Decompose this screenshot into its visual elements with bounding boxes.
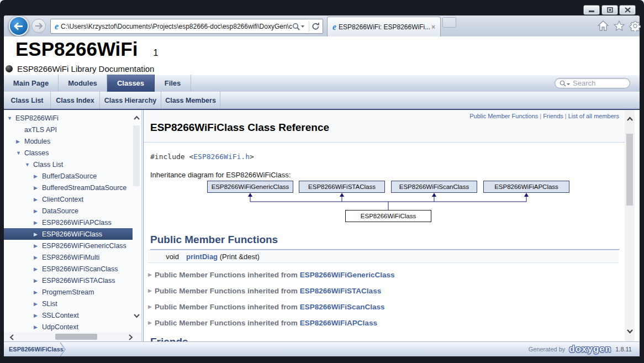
scroll-up-button[interactable] [133, 115, 140, 120]
url-input[interactable] [61, 23, 292, 30]
tree-collapsed-icon[interactable]: ▶ [34, 324, 42, 330]
inherited-section-apclass[interactable]: ▶ Public Member Functions inherited from… [148, 317, 377, 328]
tree-collapsed-icon[interactable]: ▶ [34, 185, 42, 191]
search-filter-caret-icon[interactable] [567, 83, 570, 85]
tree-expanded-icon[interactable]: ▼ [16, 150, 24, 156]
tab-class-list[interactable]: Class List [4, 92, 51, 109]
include-statement: #include <ESP8266WiFi.h> [150, 152, 254, 161]
favorites-button[interactable] [614, 20, 625, 33]
tree-item-modules[interactable]: ▶Modules [4, 135, 133, 147]
tree-item-esp8266wifistaclass[interactable]: ▶ESP8266WiFiSTAClass [4, 275, 133, 286]
tree-item-udpcontext[interactable]: ▶UdpContext [4, 321, 133, 333]
doc-search-box[interactable] [555, 78, 630, 88]
tree-item-bufferedstreamdatasource[interactable]: ▶BufferedStreamDataSource [4, 182, 133, 193]
scroll-right-button[interactable] [128, 334, 133, 340]
scrollbar-thumb[interactable] [133, 125, 140, 186]
tree-item-clientcontext[interactable]: ▶ClientContext [4, 193, 133, 205]
doc-search-input[interactable] [573, 79, 625, 87]
tree-item-esp8266wifiapclass[interactable]: ▶ESP8266WiFiAPClass [4, 217, 133, 228]
tree-item-datasource[interactable]: ▶DataSource [4, 205, 133, 217]
search-dropdown-caret-icon[interactable] [301, 25, 304, 28]
tree-item-esp8266wificlass[interactable]: ▶ESP8266WiFiClass [4, 228, 133, 240]
back-button[interactable] [9, 16, 29, 36]
sidebar-vertical-scrollbar[interactable] [131, 110, 141, 332]
inherited-class-link[interactable]: ESP8266WiFiScanClass [300, 303, 385, 311]
tree-collapsed-icon[interactable]: ▶ [34, 266, 42, 272]
body-row: ▼ESP8266WiFi axTLS API ▶Modules ▼Classes… [4, 110, 640, 341]
tab-class-members[interactable]: Class Members [161, 92, 220, 109]
summary-link-all-members[interactable]: List of all members [568, 113, 619, 119]
tree-collapsed-icon[interactable]: ▶ [34, 290, 42, 295]
refresh-icon[interactable] [312, 22, 320, 30]
home-button[interactable] [598, 20, 609, 33]
search-icon[interactable] [292, 23, 300, 30]
scroll-down-button[interactable] [626, 329, 634, 334]
member-name-link[interactable]: printDiag [186, 252, 218, 261]
include-file-link[interactable]: ESP8266WiFi.h [193, 152, 250, 161]
scroll-up-button[interactable] [626, 117, 634, 122]
tree-item-axtls-api[interactable]: axTLS API [4, 124, 133, 135]
tree-collapsed-icon[interactable]: ▶ [34, 243, 42, 249]
forward-button[interactable] [31, 19, 46, 33]
tree-collapsed-icon[interactable]: ▶ [34, 313, 42, 318]
tree-item-esp8266wifi[interactable]: ▼ESP8266WiFi [4, 112, 133, 124]
tab-files[interactable]: Files [155, 75, 191, 92]
tree-collapsed-icon[interactable]: ▶ [34, 197, 42, 202]
close-button[interactable] [619, 5, 636, 15]
breadcrumb[interactable]: ESP8266WiFiClass [9, 342, 64, 356]
inherited-class-link[interactable]: ESP8266WiFiAPClass [300, 319, 377, 327]
tree-expanded-icon[interactable]: ▼ [7, 115, 15, 121]
inherited-class-link[interactable]: ESP8266WiFiSTAClass [300, 287, 381, 295]
tree-collapsed-icon[interactable]: ▶ [34, 232, 42, 237]
section-heading-friends: Friends [150, 336, 620, 341]
inherited-section-scanclass[interactable]: ▶ Public Member Functions inherited from… [148, 301, 384, 312]
tab-class-index[interactable]: Class Index [51, 92, 100, 109]
tree-collapsed-icon[interactable]: ▶ [34, 301, 42, 307]
inherited-section-genericclass[interactable]: ▶ Public Member Functions inherited from… [148, 269, 394, 280]
tree-collapsed-icon[interactable]: ▶ [34, 255, 42, 260]
summary-link-public-member-functions[interactable]: Public Member Functions [469, 113, 538, 119]
tree-item-esp8266wifimulti[interactable]: ▶ESP8266WiFiMulti [4, 251, 133, 263]
tree-item-progmemstream[interactable]: ▶ProgmemStream [4, 286, 133, 298]
scroll-down-button[interactable] [133, 313, 140, 318]
minimize-button[interactable] [583, 5, 600, 15]
tree-item-esp8266wifiscanclass[interactable]: ▶ESP8266WiFiScanClass [4, 263, 133, 275]
tree-item-esp8266wifigenericclass[interactable]: ▶ESP8266WiFiGenericClass [4, 240, 133, 251]
tree-collapsed-icon[interactable]: ▶ [16, 139, 24, 144]
tree-collapsed-icon[interactable]: ▶ [34, 173, 42, 179]
inherited-prefix: Public Member Functions inherited from [155, 303, 298, 311]
tree-item-classes[interactable]: ▼Classes [4, 147, 133, 159]
tree-collapsed-icon[interactable]: ▶ [34, 208, 42, 214]
tree-item-slist[interactable]: ▶SList [4, 298, 133, 309]
tree-item-bufferdatasource[interactable]: ▶BufferDataSource [4, 170, 133, 182]
tab-class-hierarchy[interactable]: Class Hierarchy [100, 92, 161, 109]
settings-button[interactable] [630, 20, 641, 34]
diagram-node-scanclass[interactable]: ESP8266WiFiScanClass [391, 181, 477, 193]
scroll-left-button[interactable] [9, 334, 14, 340]
tree-collapsed-icon[interactable]: ▶ [34, 220, 42, 225]
tab-classes[interactable]: Classes [107, 75, 155, 92]
diagram-node-genericclass[interactable]: ESP8266WiFiGenericClass [207, 181, 293, 193]
summary-link-friends[interactable]: Friends [543, 113, 563, 119]
inherited-class-link[interactable]: ESP8266WiFiGenericClass [300, 271, 395, 279]
tree-item-sslcontext[interactable]: ▶SSLContext [4, 309, 133, 321]
tab-modules[interactable]: Modules [59, 75, 107, 92]
sidebar-horizontal-scrollbar[interactable] [4, 332, 141, 341]
tree-expanded-icon[interactable]: ▼ [25, 162, 33, 167]
tab-main-page[interactable]: Main Page [4, 75, 59, 92]
scrollbar-thumb[interactable] [55, 334, 97, 340]
content-vertical-scrollbar[interactable] [625, 110, 635, 341]
tree-label: ESP8266WiFiAPClass [42, 219, 112, 227]
diagram-node-apclass[interactable]: ESP8266WiFiAPClass [483, 181, 569, 193]
browser-tab[interactable]: e ESP8266WiFi: ESP8266WiFi... × [327, 17, 441, 36]
address-bar[interactable]: e [50, 19, 323, 34]
new-tab-button[interactable] [442, 17, 456, 28]
tree-collapsed-icon[interactable]: ▶ [34, 278, 42, 283]
restore-button[interactable] [601, 5, 618, 15]
tree-item-class-list[interactable]: ▼Class List [4, 159, 133, 170]
tab-close-icon[interactable]: × [430, 23, 436, 31]
inherited-section-staclass[interactable]: ▶ Public Member Functions inherited from… [148, 285, 381, 296]
doxygen-logo[interactable]: doxygen [569, 344, 611, 355]
scrollbar-thumb[interactable] [626, 134, 633, 206]
diagram-node-staclass[interactable]: ESP8266WiFiSTAClass [299, 181, 385, 193]
